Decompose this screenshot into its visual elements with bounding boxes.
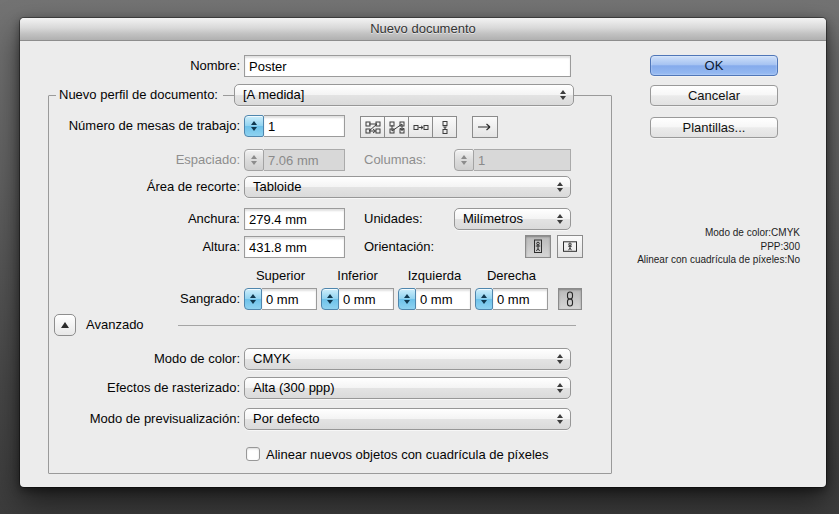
stepper-arrows-icon[interactable] [244,288,262,310]
layout-direction-right-icon[interactable] [472,116,498,138]
popup-arrows-icon [557,182,563,192]
popup-arrows-icon [557,354,563,364]
modo-color-popup[interactable]: CMYK [244,348,571,370]
area-recorte-popup[interactable]: Tabloide [244,176,571,198]
modo-color-label: Modo de color: [154,351,240,367]
orientation-landscape-icon[interactable] [557,235,583,258]
dialog-titlebar[interactable]: Nuevo documento [20,18,826,41]
artboard-arrange-by-row-icon[interactable] [409,117,433,137]
sangrado-inferior-spinner [321,288,394,310]
unidades-label: Unidades: [364,211,423,227]
unidades-popup[interactable]: Milímetros [454,208,571,230]
sangrado-superior-spinner [244,288,317,310]
rasterizado-popup[interactable]: Alta (300 ppp) [244,377,571,399]
mesas-spinner [244,115,345,137]
sangrado-derecha-spinner [475,288,548,310]
espaciado-input [264,149,345,171]
altura-label: Altura: [202,239,240,255]
columnas-input [474,149,571,171]
previsualizacion-label: Modo de previsualización: [90,411,240,427]
artboard-arrange-by-column-icon[interactable] [433,117,456,137]
area-recorte-value: Tabloide [253,179,301,194]
perfil-value: [A medida] [243,87,304,102]
columnas-label: Columnas: [364,152,426,168]
espaciado-label: Espaciado: [176,152,240,168]
document-summary: Modo de color:CMYK PPP:300 Alinear con c… [637,226,800,267]
dialog-title: Nuevo documento [370,21,476,36]
sangrado-header-inferior: Inferior [321,268,394,283]
rasterizado-value: Alta (300 ppp) [253,380,335,395]
popup-arrows-icon [560,90,566,100]
stepper-arrows-icon[interactable] [321,288,339,310]
sangrado-inferior-input[interactable] [339,288,394,310]
alinear-checkbox-label: Alinear nuevos objetos con cuadrícula de… [266,447,549,463]
orientation-portrait-icon[interactable] [525,235,551,258]
sangrado-header-izquierda: Izquierda [398,268,471,283]
avanzado-label: Avanzado [86,317,144,333]
cancel-button[interactable]: Cancelar [650,85,778,106]
artboard-grid-by-row-icon[interactable] [361,117,385,137]
mesas-input[interactable] [264,115,345,137]
rasterizado-label: Efectos de rasterizado: [107,380,240,396]
disclosure-triangle-up-icon[interactable] [54,314,76,336]
summary-ppp: PPP:300 [637,240,800,254]
sangrado-header-derecha: Derecha [475,268,548,283]
perfil-popup[interactable]: [A medida] [234,84,574,106]
espaciado-spinner [244,149,345,171]
popup-arrows-icon [557,214,563,224]
perfil-label: Nuevo perfil de documento: [56,87,223,103]
orientacion-label: Orientación: [364,239,434,255]
previsualizacion-value: Por defecto [253,411,320,426]
alinear-checkbox[interactable] [246,447,260,461]
previsualizacion-popup[interactable]: Por defecto [244,408,571,430]
templates-button[interactable]: Plantillas... [650,117,778,138]
summary-pixel-grid: Alinear con cuadrícula de píxeles:No [637,253,800,267]
stepper-arrows-icon[interactable] [475,288,493,310]
artboard-layout-segment [360,116,457,138]
link-bleeds-icon[interactable] [558,288,582,310]
stepper-arrows-icon[interactable] [244,115,264,137]
popup-arrows-icon [557,414,563,424]
anchura-label: Anchura: [188,211,240,227]
sangrado-izquierda-spinner [398,288,471,310]
sangrado-superior-input[interactable] [262,288,317,310]
sangrado-label: Sangrado: [180,291,240,307]
unidades-value: Milímetros [463,211,523,226]
artboard-grid-by-column-icon[interactable] [385,117,409,137]
stepper-arrows-icon[interactable] [398,288,416,310]
sangrado-izquierda-input[interactable] [416,288,471,310]
popup-arrows-icon [557,383,563,393]
new-document-dialog: Nuevo documento Nombre: OK Cancelar Plan… [20,18,826,487]
anchura-input[interactable] [244,208,345,230]
avanzado-divider [178,325,576,326]
nombre-label: Nombre: [190,58,240,74]
stepper-arrows-icon [244,149,264,171]
columnas-spinner [454,149,571,171]
summary-color-mode: Modo de color:CMYK [637,226,800,240]
altura-input[interactable] [244,236,345,258]
area-recorte-label: Área de recorte: [147,179,240,195]
nombre-input[interactable] [244,55,571,77]
stepper-arrows-icon [454,149,474,171]
modo-color-value: CMYK [253,351,291,366]
sangrado-derecha-input[interactable] [493,288,548,310]
sangrado-header-superior: Superior [244,268,317,283]
ok-button[interactable]: OK [650,55,778,76]
mesas-label: Número de mesas de trabajo: [69,118,240,134]
